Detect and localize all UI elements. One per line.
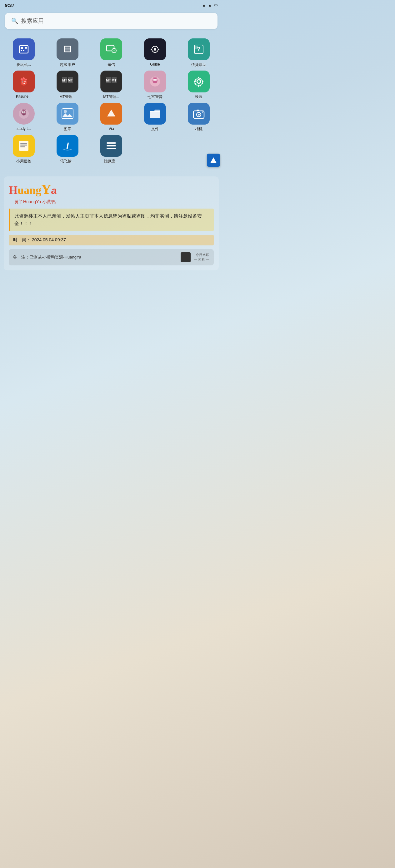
app-icon-guise: [144, 38, 166, 60]
app-icon-xiaozhou-notes: [13, 135, 35, 157]
app-label-gallery: 图库: [64, 126, 71, 132]
svg-rect-49: [198, 77, 199, 79]
app-hidden-apps[interactable]: 隐藏应...: [90, 135, 133, 164]
svg-text:MT: MT: [62, 79, 67, 82]
app-label-guise: Guise: [150, 62, 160, 66]
svg-point-65: [198, 114, 200, 116]
svg-point-29: [22, 82, 23, 82]
svg-text:MT: MT: [106, 79, 111, 82]
battery-icon: ▭: [214, 3, 218, 7]
svg-rect-0: [19, 45, 28, 53]
footer-note-text: 备 注：已测试-小黄鸭资源-HuangYa: [13, 255, 81, 259]
app-label-settings: 设置: [195, 94, 202, 100]
camera-label-text: 一 相机 一: [194, 257, 209, 262]
logo-uang: uang: [18, 184, 41, 196]
svg-text:MT: MT: [68, 79, 73, 82]
app-icon-super-user: [57, 38, 79, 60]
signal-icon: ▲: [208, 3, 212, 7]
svg-rect-24: [195, 45, 198, 49]
svg-point-59: [64, 110, 67, 113]
watermark-warning: 此资源楼主本人已亲测，发帖人主页非本人信息皆为盗贴或盗图，均非实测，请注意设备安…: [9, 209, 214, 231]
app-icon-kuaijie-help: ?: [188, 38, 210, 60]
logo-y: Y: [41, 182, 51, 197]
footer-square-icon: [180, 252, 191, 262]
app-kuaijie-help[interactable]: ? 快捷帮助: [177, 38, 220, 67]
svg-rect-5: [25, 49, 27, 49]
logo-a: a: [51, 185, 57, 196]
svg-rect-1: [21, 47, 23, 49]
app-icon-study-t: [13, 103, 35, 125]
app-xiaozhou-notes[interactable]: 小周便签: [2, 135, 45, 164]
app-mt-manager2[interactable]: MT MT MT管理...: [90, 70, 133, 100]
app-label-ifly-input: 讯飞输...: [60, 159, 75, 164]
svg-rect-3: [23, 50, 24, 51]
app-camera[interactable]: 相机: [177, 103, 220, 132]
app-gallery[interactable]: 图库: [46, 103, 89, 132]
today-stamp-text: 今日水印: [194, 253, 209, 257]
search-bar[interactable]: 🔍 搜索应用: [5, 13, 218, 29]
app-guise[interactable]: Guise: [134, 38, 176, 67]
svg-text:i: i: [66, 141, 69, 151]
app-icon-mt-manager2: MT MT: [100, 70, 122, 92]
svg-rect-66: [197, 110, 199, 111]
app-label-mt-manager1: MT管理...: [59, 94, 75, 100]
app-label-kuaijie-help: 快捷帮助: [191, 62, 206, 67]
vuetify-fab-button[interactable]: [207, 154, 220, 167]
app-icon-camera: [188, 103, 210, 125]
svg-rect-68: [19, 141, 28, 151]
app-mt-manager1[interactable]: MT MT MT管理...: [46, 70, 89, 100]
app-label-via: Via: [108, 126, 114, 131]
svg-rect-75: [107, 145, 116, 147]
footer-note: 备 注：已测试-小黄鸭资源-HuangYa: [13, 254, 180, 260]
app-icon-kitsune: [13, 70, 35, 92]
svg-point-57: [23, 112, 23, 113]
svg-point-48: [197, 80, 200, 83]
watermark-time: 时 间： 2024.05.04 09:37: [9, 235, 214, 245]
app-files[interactable]: 文件: [134, 103, 176, 132]
app-icon-ifly-input: i i: [57, 135, 79, 157]
vuetify-fab-cell: [177, 135, 220, 164]
app-icon-gallery: [57, 103, 79, 125]
app-label-ai-wanjiji: 爱玩机...: [17, 62, 31, 67]
app-grid: 爱玩机... 超级用户 + 短信: [0, 35, 223, 167]
time-value: 2024.05.04 09:37: [32, 237, 66, 242]
svg-rect-4: [25, 47, 27, 48]
status-icons: ▲ ▲ ▭: [202, 3, 218, 7]
svg-rect-62: [150, 111, 160, 118]
app-label-kitsune: Kitsune...: [16, 94, 32, 99]
app-label-study-t: study t...: [17, 126, 31, 131]
svg-rect-52: [202, 81, 203, 82]
watermark-section: HuangYa － 黄丫HuangYa-小黄鸭 － 此资源楼主本人已亲测，发帖人…: [4, 177, 219, 270]
app-icon-hidden-apps: [100, 135, 122, 157]
svg-text:MT: MT: [112, 79, 117, 82]
app-icon-qigong-zhiyin: [144, 70, 166, 92]
app-ifly-input[interactable]: i i 讯飞输...: [46, 135, 89, 164]
app-label-super-user: 超级用户: [60, 62, 75, 67]
app-label-qigong-zhiyin: 七宫智音: [147, 94, 163, 100]
svg-rect-76: [107, 148, 116, 149]
app-super-user[interactable]: 超级用户: [46, 38, 89, 67]
app-icon-sms: +: [100, 38, 122, 60]
app-kitsune[interactable]: Kitsune...: [2, 70, 45, 100]
app-study-t[interactable]: study t...: [2, 103, 45, 132]
app-qigong-zhiyin[interactable]: 七宫智音: [134, 70, 176, 100]
svg-rect-51: [194, 81, 196, 82]
app-via[interactable]: Via: [90, 103, 133, 132]
status-time: 9:37: [5, 2, 15, 8]
app-icon-mt-manager1: MT MT: [57, 70, 79, 92]
app-settings[interactable]: 设置: [177, 70, 220, 100]
app-label-mt-manager2: MT管理...: [103, 94, 119, 100]
app-ai-wanjiji[interactable]: 爱玩机...: [2, 38, 45, 67]
watermark-username: － 黄丫HuangYa-小黄鸭 －: [9, 199, 214, 205]
svg-point-30: [25, 82, 25, 82]
svg-marker-61: [107, 110, 115, 117]
svg-marker-77: [210, 157, 217, 163]
status-bar: 9:37 ▲ ▲ ▭: [0, 0, 223, 10]
logo-h: H: [9, 184, 18, 196]
svg-rect-69: [20, 143, 27, 144]
app-label-xiaozhou-notes: 小周便签: [16, 159, 31, 164]
empty-cell-1: [134, 135, 176, 164]
app-icon-ai-wanjiji: [13, 38, 35, 60]
svg-rect-70: [20, 145, 27, 146]
app-sms[interactable]: + 短信: [90, 38, 133, 67]
